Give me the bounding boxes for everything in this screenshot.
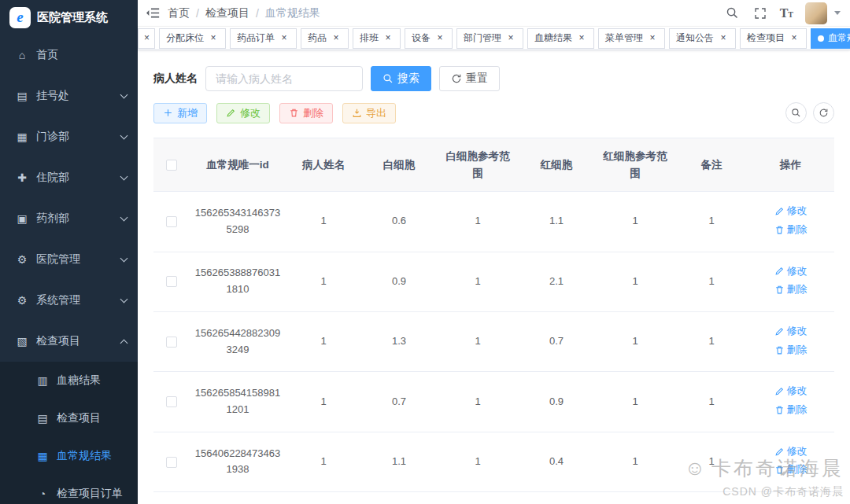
cell-wbc-ref: 1 (437, 311, 519, 371)
trash-icon (774, 345, 785, 355)
tab-close-icon[interactable]: × (647, 33, 658, 44)
sidebar-subitem[interactable]: ▦ 血常规结果 (0, 437, 138, 475)
cell-wbc: 0.6 (361, 192, 437, 252)
sidebar-item[interactable]: ⌂ 首页 (0, 35, 138, 75)
header-wbc: 白细胞 (361, 138, 437, 192)
tab[interactable]: 药品订单 × (230, 28, 297, 49)
sidebar: e 医院管理系统 ⌂ 首页 ▤ 挂号处 ▦ 门诊部 ✚ 住院部 ▣ 药剂部 ⚙ … (0, 0, 138, 504)
sidebar-item-label: 首页 (36, 48, 58, 62)
sidebar-item[interactable]: ⚙ 系统管理 (0, 280, 138, 321)
sidebar-item[interactable]: ▧ 检查项目 (0, 321, 138, 362)
row-delete-button[interactable]: 删除 (774, 402, 808, 418)
row-delete-button[interactable]: 删除 (774, 462, 808, 478)
tab-close-icon[interactable]: × (576, 33, 587, 44)
row-edit-button[interactable]: 修改 (774, 383, 808, 399)
sidebar-item-label: 住院部 (36, 171, 69, 185)
header-rbc-ref: 红细胞参考范围 (594, 138, 676, 192)
sidebar-item[interactable]: ✚ 住院部 (0, 157, 138, 198)
trash-icon (774, 465, 785, 475)
app-logo[interactable]: e 医院管理系统 (0, 0, 138, 35)
sidebar-subitem[interactable]: ◔ 检查项目订单 (0, 475, 138, 504)
reset-button[interactable]: 重置 (439, 66, 500, 91)
sidebar-item[interactable]: ▤ 挂号处 (0, 75, 138, 116)
trash-icon (774, 225, 785, 235)
tab[interactable]: 分配床位 × (159, 28, 226, 49)
breadcrumb-home[interactable]: 首页 (168, 6, 190, 20)
sidebar-item[interactable]: ⚙ 医院管理 (0, 239, 138, 280)
chevron-icon (120, 214, 128, 222)
chevron-icon (120, 296, 128, 304)
font-size-icon[interactable]: TT (780, 7, 793, 20)
hospital-logo-icon: e (9, 7, 31, 28)
tab[interactable]: 设备 × (405, 28, 453, 49)
sidebar-item[interactable]: ▣ 药剂部 (0, 198, 138, 239)
sidebar-subitem[interactable]: ▤ 检查项目 (0, 399, 138, 437)
row-checkbox[interactable] (166, 457, 177, 468)
edit-button[interactable]: 修改 (216, 103, 270, 123)
sidebar-fold-icon[interactable] (138, 0, 168, 27)
tab[interactable]: 药品 × (301, 28, 349, 49)
breadcrumb-exam-items[interactable]: 检查项目 (205, 6, 249, 20)
tab[interactable]: 检查项目 × (740, 28, 807, 49)
tab[interactable]: 菜单管理 × (598, 28, 665, 49)
tab[interactable]: 血糖结果 × (527, 28, 594, 49)
caret-down-icon[interactable] (834, 11, 841, 15)
tab-label: 通知公告 (676, 31, 714, 45)
row-edit-button[interactable]: 修改 (774, 263, 808, 280)
search-icon[interactable] (725, 6, 741, 21)
refresh-icon[interactable] (813, 102, 834, 123)
tab-close-icon[interactable]: × (718, 33, 729, 44)
tab-label: 检查项目 (747, 31, 785, 45)
row-edit-button[interactable]: 修改 (774, 443, 808, 460)
tab-close-icon[interactable]: × (382, 33, 394, 44)
table-row: 1562658541589811201 1 0.7 1 0.9 1 1 修改 删… (153, 372, 834, 432)
patient-name-input[interactable] (205, 66, 363, 91)
sidebar-item[interactable]: ▦ 门诊部 (0, 116, 138, 157)
tab[interactable]: × (138, 28, 155, 49)
tab[interactable]: 排班 × (353, 28, 401, 49)
table-header-row: 血常规唯一id 病人姓名 白细胞 白细胞参考范围 红细胞 红细胞参考范围 备注 … (153, 138, 834, 192)
sidebar-subitem-label: 检查项目 (57, 411, 101, 425)
sidebar-subitem[interactable]: ▥ 血糖结果 (0, 362, 138, 399)
tab-close-icon[interactable]: × (789, 33, 800, 44)
row-checkbox[interactable] (166, 276, 177, 287)
tab[interactable]: 通知公告 × (669, 28, 736, 49)
tab-close-icon[interactable]: × (505, 33, 516, 44)
row-checkbox[interactable] (166, 396, 177, 407)
export-button[interactable]: 导出 (342, 103, 396, 123)
add-button[interactable]: 新增 (153, 103, 207, 123)
show-search-toggle-icon[interactable] (785, 102, 807, 123)
sidebar-item-label: 挂号处 (36, 89, 69, 103)
tab[interactable]: 部门管理 × (456, 28, 523, 49)
row-checkbox[interactable] (166, 216, 177, 227)
cell-blood-routine-id: 1562653888760311810 (190, 252, 286, 311)
toolbar: 新增 修改 删除 导出 (153, 102, 834, 123)
search-button[interactable]: 搜索 (371, 66, 431, 91)
tab-close-icon[interactable]: × (434, 33, 445, 44)
delete-button[interactable]: 删除 (279, 103, 333, 123)
tab-close-icon[interactable]: × (208, 33, 219, 44)
select-all-checkbox[interactable] (166, 160, 177, 171)
row-edit-button[interactable]: 修改 (774, 323, 808, 340)
tab-label: 排班 (360, 31, 379, 45)
navbar-actions: TT (725, 2, 841, 24)
outpatient-icon: ▦ (16, 131, 28, 143)
avatar[interactable] (805, 2, 827, 24)
tab-close-icon[interactable]: × (331, 33, 342, 44)
system-manage-gear-icon: ⚙ (16, 294, 28, 307)
tab-close-icon[interactable]: × (279, 33, 290, 44)
fullscreen-icon[interactable] (752, 6, 768, 21)
cell-wbc: 1.1 (361, 432, 437, 491)
tab-label: 分配床位 (166, 31, 204, 45)
home-icon: ⌂ (16, 49, 28, 61)
tab[interactable]: 血常规结果 × (811, 28, 850, 49)
row-edit-button[interactable]: 修改 (774, 203, 808, 219)
tab-close-icon[interactable]: × (144, 33, 150, 44)
cell-rbc-ref: 1 (594, 192, 676, 252)
row-delete-button[interactable]: 删除 (774, 222, 808, 238)
row-checkbox[interactable] (166, 337, 177, 348)
tab-label: 菜单管理 (605, 31, 643, 45)
tab-label: 设备 (412, 31, 431, 45)
row-delete-button[interactable]: 删除 (774, 342, 808, 359)
row-delete-button[interactable]: 删除 (774, 281, 808, 298)
